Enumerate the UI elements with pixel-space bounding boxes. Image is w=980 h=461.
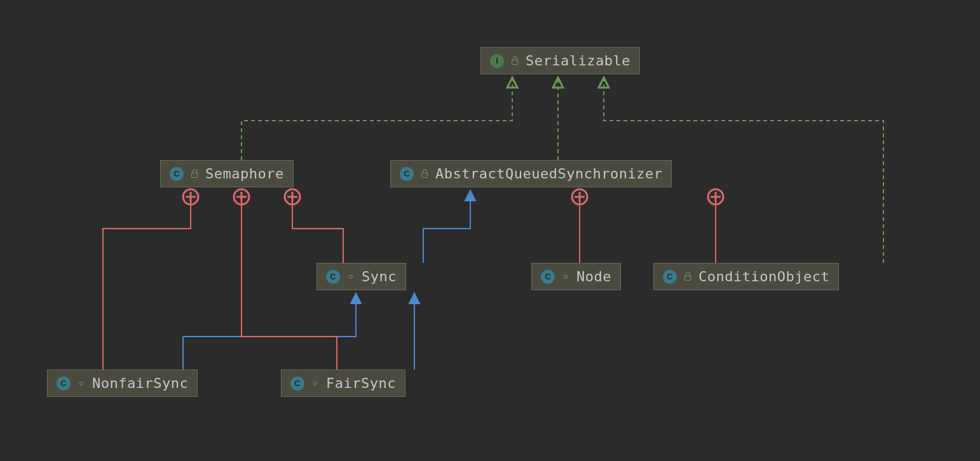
class-icon: C	[326, 270, 340, 284]
edge-nonfairsync-sync	[183, 293, 356, 370]
node-label: Semaphore	[205, 166, 284, 182]
class-icon: C	[290, 377, 304, 391]
lock-icon	[510, 57, 519, 65]
edge-semaphore-serializable	[242, 77, 512, 160]
node-label: Node	[576, 269, 611, 284]
node-label: ConditionObject	[698, 269, 829, 284]
interface-icon: I	[490, 54, 504, 68]
package-icon	[346, 272, 355, 281]
node-label: Sync	[362, 269, 397, 284]
class-icon: C	[400, 167, 414, 181]
package-icon	[561, 272, 570, 281]
edge-nonfairsync-semaphore	[103, 197, 191, 370]
lock-icon	[190, 170, 199, 178]
class-icon: C	[541, 270, 555, 284]
node-serializable[interactable]: I Serializable	[480, 47, 640, 74]
edge-sync-aqs	[423, 190, 470, 263]
node-sync[interactable]: C Sync	[316, 263, 406, 290]
node-fairsync[interactable]: C FairSync	[281, 370, 405, 397]
class-icon: C	[57, 377, 71, 391]
edge-sync-semaphore	[292, 197, 343, 263]
node-conditionobject[interactable]: C ConditionObject	[653, 263, 839, 290]
node-label: FairSync	[326, 375, 396, 391]
package-icon	[311, 379, 320, 388]
lock-icon	[420, 170, 429, 178]
node-label: Serializable	[526, 53, 630, 69]
lock-icon	[683, 272, 692, 281]
package-icon	[77, 379, 86, 388]
node-nonfairsync[interactable]: C NonfairSync	[47, 370, 198, 397]
class-icon: C	[170, 167, 184, 181]
node-label: AbstractQueuedSynchronizer	[435, 166, 662, 182]
class-icon: C	[663, 270, 677, 284]
node-node[interactable]: C Node	[531, 263, 621, 290]
node-aqs[interactable]: C AbstractQueuedSynchronizer	[390, 160, 672, 187]
node-label: NonfairSync	[92, 375, 188, 391]
node-semaphore[interactable]: C Semaphore	[160, 160, 294, 187]
